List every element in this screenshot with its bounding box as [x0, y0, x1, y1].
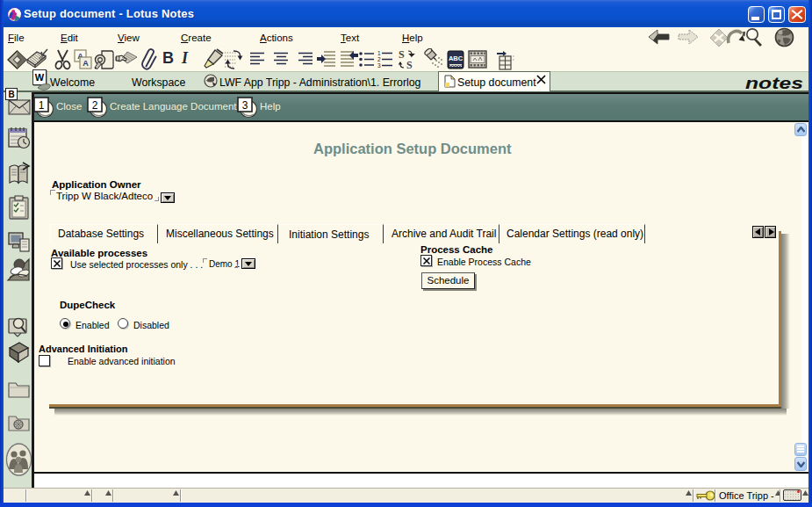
svg-text:2: 2 [92, 99, 98, 112]
svg-text:1: 1 [377, 50, 381, 56]
svg-text:S: S [399, 49, 405, 61]
svg-text:S: S [406, 59, 413, 69]
svg-text:2: 2 [377, 56, 381, 62]
svg-text:1: 1 [39, 99, 45, 112]
svg-text:3: 3 [377, 62, 381, 69]
svg-text:ABC: ABC [449, 54, 463, 62]
svg-text:A: A [83, 59, 89, 68]
svg-text:3: 3 [242, 99, 248, 112]
